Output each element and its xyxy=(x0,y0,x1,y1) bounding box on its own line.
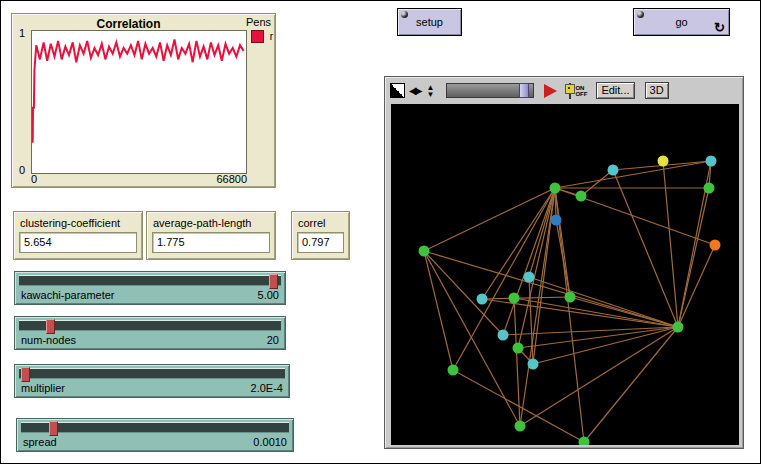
monitor-value: 5.654 xyxy=(19,232,137,253)
slider-track[interactable] xyxy=(19,320,281,331)
toggle-knob-dot xyxy=(568,87,570,89)
network-node[interactable] xyxy=(448,365,459,376)
network-node[interactable] xyxy=(551,215,562,226)
slider-value: 0.0010 xyxy=(253,436,287,448)
network-node[interactable] xyxy=(576,191,587,202)
setup-button[interactable]: setup xyxy=(397,8,462,36)
slider-kawachi-parameter[interactable]: kawachi-parameter 5.00 xyxy=(14,271,286,305)
speed-slider[interactable] xyxy=(446,83,534,98)
network-link xyxy=(678,188,709,327)
network-link xyxy=(424,251,678,327)
slider-value: 5.00 xyxy=(258,289,279,301)
slider-track[interactable] xyxy=(19,368,285,379)
observer-icon xyxy=(637,11,644,18)
network-graph xyxy=(391,104,739,445)
slider-label: multiplier xyxy=(21,382,65,394)
network-node[interactable] xyxy=(528,359,539,370)
monitor-label: clustering-coefficient xyxy=(20,217,120,229)
plot-y-max: 1 xyxy=(19,27,25,39)
network-link xyxy=(518,188,555,348)
network-node[interactable] xyxy=(565,292,576,303)
arrow-down-icon: ▼ xyxy=(424,91,436,98)
setup-button-label: setup xyxy=(416,16,443,28)
slider-track[interactable] xyxy=(21,422,289,433)
world-view-widget: ◀▶ ▲ ▼ ON OFF Edit... 3D xyxy=(384,76,744,449)
speed-slider-thumb[interactable] xyxy=(519,83,529,98)
network-node[interactable] xyxy=(515,421,526,432)
world-canvas[interactable] xyxy=(391,104,739,445)
monitor-label: correl xyxy=(298,217,326,229)
slider-value: 20 xyxy=(267,334,279,346)
network-node[interactable] xyxy=(513,343,524,354)
wrap-vertical-icon[interactable]: ▲ ▼ xyxy=(424,84,436,98)
slider-spread[interactable]: spread 0.0010 xyxy=(16,418,294,452)
network-link xyxy=(529,188,555,277)
network-node[interactable] xyxy=(550,183,561,194)
network-node[interactable] xyxy=(419,246,430,257)
plot-x-min: 0 xyxy=(31,173,37,185)
toggle-labels: ON OFF xyxy=(575,85,587,97)
slider-thumb[interactable] xyxy=(269,274,278,289)
network-link xyxy=(424,188,555,251)
network-link xyxy=(613,170,678,327)
slider-label: kawachi-parameter xyxy=(21,289,115,301)
wrap-diagonal-icon[interactable] xyxy=(390,83,405,98)
slider-thumb[interactable] xyxy=(49,421,58,436)
network-link xyxy=(424,251,453,370)
slider-label: spread xyxy=(23,436,57,448)
plot-canvas xyxy=(31,30,247,174)
slider-thumb[interactable] xyxy=(46,319,55,334)
app-window: { "plot": { "title": "Correlation", "pen… xyxy=(0,0,761,464)
monitor-clustering-coefficient: clustering-coefficient 5.654 xyxy=(13,211,143,260)
network-link xyxy=(529,277,678,327)
network-node[interactable] xyxy=(673,322,684,333)
monitor-correl: correl 0.797 xyxy=(291,211,350,260)
network-node[interactable] xyxy=(706,156,717,167)
correlation-plot: Correlation Pens r 1 0 0 66800 xyxy=(11,13,276,188)
view-updates-toggle[interactable]: ON OFF xyxy=(565,83,587,99)
slider-thumb[interactable] xyxy=(21,367,30,382)
network-node[interactable] xyxy=(658,156,669,167)
network-link xyxy=(520,327,678,426)
go-button[interactable]: go ↻ xyxy=(633,8,730,36)
pens-label: Pens xyxy=(246,16,271,28)
network-node[interactable] xyxy=(524,272,535,283)
edit-button[interactable]: Edit... xyxy=(596,82,634,99)
toggle-off-label: OFF xyxy=(575,91,587,97)
forever-icon: ↻ xyxy=(714,21,725,34)
pen-color-swatch xyxy=(251,30,264,43)
network-node[interactable] xyxy=(509,293,520,304)
network-link xyxy=(663,161,678,327)
network-link xyxy=(678,245,715,327)
slider-value: 2.0E-4 xyxy=(251,382,283,394)
monitor-value: 1.775 xyxy=(152,232,270,253)
network-node[interactable] xyxy=(477,294,488,305)
network-node[interactable] xyxy=(498,330,509,341)
observer-icon xyxy=(401,11,408,18)
plot-x-max: 66800 xyxy=(216,173,247,185)
plot-y-min: 0 xyxy=(19,164,25,176)
network-node[interactable] xyxy=(710,240,721,251)
network-node[interactable] xyxy=(704,183,715,194)
toggle-switch[interactable] xyxy=(565,83,574,99)
pen-name: r xyxy=(270,31,273,42)
monitor-average-path-length: average-path-length 1.775 xyxy=(146,211,276,260)
slider-label: num-nodes xyxy=(21,334,76,346)
network-link xyxy=(482,297,570,299)
network-link xyxy=(584,327,678,442)
monitor-value: 0.797 xyxy=(297,232,344,253)
wrap-horizontal-icon[interactable]: ◀▶ xyxy=(409,84,420,97)
network-node[interactable] xyxy=(608,165,619,176)
network-link xyxy=(555,161,711,188)
network-link xyxy=(453,188,555,370)
threed-button[interactable]: 3D xyxy=(645,82,669,99)
play-arrow-icon xyxy=(544,84,557,98)
plot-title: Correlation xyxy=(12,17,245,31)
slider-num-nodes[interactable]: num-nodes 20 xyxy=(14,316,286,350)
monitor-label: average-path-length xyxy=(153,217,251,229)
slider-multiplier[interactable]: multiplier 2.0E-4 xyxy=(14,364,290,398)
slider-track[interactable] xyxy=(19,275,281,286)
view-control-strip: ◀▶ ▲ ▼ ON OFF Edit... 3D xyxy=(390,80,738,101)
toggle-knob[interactable] xyxy=(565,84,575,94)
network-link xyxy=(555,188,584,442)
